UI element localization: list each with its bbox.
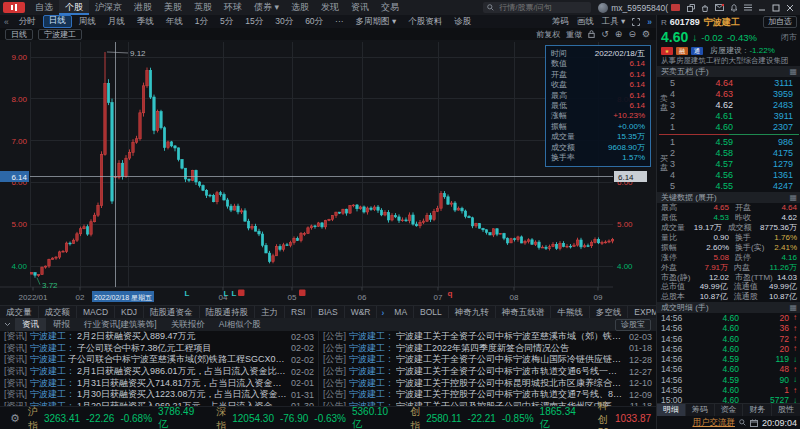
announcement-item[interactable]: [公告] 宁波建工： 宁波建工关于全资子公司中标宁波至慈溪市域（郊）铁路工程SG… bbox=[319, 331, 656, 343]
nav-tab[interactable]: 交易 bbox=[375, 0, 405, 15]
chart-settings-gear-icon[interactable]: ⚙ bbox=[642, 29, 650, 39]
period-tab[interactable]: 季线 bbox=[132, 16, 159, 27]
maximize-icon[interactable] bbox=[772, 4, 780, 12]
grid-layout-icon[interactable]: ▦ bbox=[789, 193, 797, 202]
calendar-icon[interactable] bbox=[750, 419, 758, 427]
app-logo-icon[interactable] bbox=[3, 2, 25, 13]
ask-level-row[interactable]: 4 4.63 3959 bbox=[670, 88, 800, 99]
period-tab[interactable]: 日线 bbox=[43, 15, 72, 28]
period-tab[interactable]: ··· bbox=[330, 16, 349, 27]
zoom-in-icon[interactable]: ⊕ bbox=[615, 29, 623, 39]
menu-list-icon[interactable] bbox=[744, 4, 752, 11]
mail-icon[interactable] bbox=[715, 4, 724, 11]
index-quote[interactable]: 深指 12054.30 -76.90 -0.63% 5360.10亿 bbox=[216, 399, 388, 429]
avatar[interactable] bbox=[598, 3, 608, 13]
nav-tab[interactable]: 美股 bbox=[158, 0, 188, 15]
period-tab[interactable]: 30分 bbox=[270, 16, 298, 27]
period-tab[interactable]: 年线 bbox=[161, 16, 188, 27]
tick-list[interactable]: 14:56 4.60 20 ↑ 14:56 4.60 36 ↑ 14:56 4.… bbox=[657, 313, 800, 403]
add-watchlist-button[interactable]: 加自选 bbox=[763, 16, 797, 28]
panel-tab[interactable]: 资金 bbox=[715, 404, 744, 416]
username[interactable]: mx_59595840( bbox=[611, 3, 668, 13]
minimize-icon[interactable] bbox=[758, 4, 766, 12]
news-tab[interactable]: 关联报价 bbox=[164, 318, 212, 331]
period-tab[interactable]: 多周期图 ▾ bbox=[351, 16, 402, 27]
zoom-out-icon[interactable]: ⊖ bbox=[628, 29, 636, 39]
panel-tab[interactable]: 财务 bbox=[743, 404, 772, 416]
nav-tab[interactable]: 资讯 bbox=[345, 0, 375, 15]
panel-tab[interactable]: 筹码 bbox=[686, 404, 715, 416]
undo-icon[interactable]: ↺ bbox=[601, 29, 609, 39]
nav-tab[interactable]: 个股 bbox=[59, 0, 89, 15]
news-item[interactable]: [资讯] 宁波建工： 子公司联合中标7.38亿元工程项目 02-02 bbox=[0, 343, 318, 355]
grid-layout-icon[interactable]: ▦ bbox=[789, 303, 797, 312]
news-item[interactable]: [资讯] 宁波建工： 2月1日获融资买入986.01万元，占当日流入资金比例17… bbox=[0, 366, 318, 378]
news-item[interactable]: [资讯] 宁波建工： 1月31日获融资买入714.81万元，占当日流入资金比例2… bbox=[0, 377, 318, 389]
adjust-mode-button[interactable]: 前复权 bbox=[536, 29, 560, 40]
bell-icon[interactable] bbox=[730, 4, 738, 12]
fullscreen-icon[interactable] bbox=[632, 18, 640, 26]
period-tab[interactable]: 周线 bbox=[74, 16, 101, 27]
nav-tab[interactable]: 沪深京 bbox=[89, 0, 128, 15]
ask-level-row[interactable]: 5 4.64 3111 bbox=[670, 77, 800, 88]
period-tab[interactable]: 月线 bbox=[103, 16, 130, 27]
period-tab[interactable]: 诊股 bbox=[449, 16, 476, 27]
stock-diagnose-button[interactable]: 诊股宝 bbox=[615, 319, 651, 331]
index-quote[interactable]: 沪指 3263.41 -22.26 -0.68% 3786.49亿 bbox=[28, 399, 194, 429]
statusbar-gear-icon[interactable]: ⚙ bbox=[10, 412, 20, 425]
period-tab[interactable]: 1分 bbox=[190, 16, 213, 27]
chart-tool-button[interactable]: 画线 bbox=[577, 16, 594, 28]
period-tab[interactable]: 60分 bbox=[300, 16, 328, 27]
panel-tab[interactable]: 股性 bbox=[772, 404, 800, 416]
period-tab[interactable]: 5分 bbox=[215, 16, 238, 27]
nav-tab[interactable]: 债券 ▾ bbox=[248, 0, 285, 15]
chart-tool-button[interactable]: 筹码 bbox=[552, 16, 569, 28]
popout-window-icon[interactable] bbox=[687, 4, 695, 12]
expand-right-icon[interactable]: » bbox=[647, 17, 652, 27]
nav-tab[interactable]: 港股 bbox=[128, 0, 158, 15]
bid-level-row[interactable]: 5 4.55 4247 bbox=[670, 181, 800, 192]
bid-level-row[interactable]: 1 4.59 986 bbox=[670, 136, 800, 147]
nav-tab[interactable]: 自选 bbox=[29, 0, 59, 15]
period-tab[interactable]: 15分 bbox=[240, 16, 268, 27]
news-tab[interactable]: AI相似个股 bbox=[212, 318, 268, 331]
announcement-item[interactable]: [公告] 宁波建工： 宁波建工关于全资子公司中标宁波梅山国际冷链供应链平台项目（… bbox=[319, 354, 656, 366]
news-tab[interactable]: 行业资讯[建筑装饰] bbox=[77, 318, 164, 331]
collapse-panel-icon[interactable] bbox=[0, 322, 15, 327]
grid-layout-icon[interactable]: ▦ bbox=[789, 67, 797, 76]
bid-level-row[interactable]: 3 4.57 1279 bbox=[670, 158, 800, 169]
industry-name[interactable]: 房屋建设 : bbox=[710, 45, 746, 56]
chart-tool-button[interactable]: 工具 ▾ bbox=[602, 16, 626, 28]
news-item[interactable]: [资讯] 宁波建工： 2月2日获融资买入889.47万元 02-03 bbox=[0, 331, 318, 343]
bid-level-row[interactable]: 2 4.58 4175 bbox=[670, 147, 800, 158]
search-input[interactable] bbox=[497, 2, 581, 13]
global-search[interactable] bbox=[483, 2, 591, 13]
news-item[interactable]: [资讯] 宁波建工 子公司联合中标宁波至慈溪市域(郊)铁路工程SGCX09标段施… bbox=[0, 354, 318, 366]
nav-tab[interactable]: 英股 bbox=[188, 0, 218, 15]
user-group-link[interactable]: 用户交流群 bbox=[692, 417, 735, 429]
index-quote[interactable]: 创指 2580.11 -22.21 -0.85% 1865.34亿 bbox=[410, 399, 576, 429]
announcement-item[interactable]: [公告] 宁波建工： 宁波建工关于全资子公司中标宁波市轨道交通6号线一期工程SG… bbox=[319, 366, 656, 378]
ask-level-row[interactable]: 2 4.61 3911 bbox=[670, 111, 800, 122]
period-tab[interactable]: 个股资料 bbox=[403, 16, 447, 27]
collapse-left-icon[interactable]: « bbox=[0, 17, 13, 27]
redo-button[interactable]: 重做 bbox=[566, 29, 582, 40]
nav-tab[interactable]: 环球 bbox=[218, 0, 248, 15]
candlestick-chart[interactable]: 9.009.008.008.007.007.006.006.005.005.00… bbox=[0, 40, 656, 305]
ask-level-row[interactable]: 1 4.60 2307 bbox=[670, 122, 800, 133]
indicator-more-left-icon[interactable]: › bbox=[377, 308, 388, 318]
period-tab[interactable]: 分时 bbox=[14, 16, 41, 27]
chart-context-chip[interactable]: 宁波建工 bbox=[38, 29, 82, 40]
ask-level-row[interactable]: 3 4.62 2483 bbox=[670, 99, 800, 110]
nav-tab[interactable]: 选股 bbox=[285, 0, 315, 15]
chart-context-chip[interactable]: 日线 bbox=[5, 29, 33, 40]
news-tab[interactable]: 资讯 bbox=[15, 318, 46, 331]
panel-tab[interactable]: 明细 bbox=[657, 404, 686, 416]
search-icon[interactable] bbox=[739, 419, 746, 426]
news-tab[interactable]: 研报 bbox=[46, 318, 77, 331]
lock-icon[interactable] bbox=[588, 30, 595, 38]
announcement-item[interactable]: [公告] 宁波建工： 宁波建工关于控股子公司中标昆明城投北市区康养综合体（EPC… bbox=[319, 377, 656, 389]
nav-tab[interactable]: 发现 bbox=[315, 0, 345, 15]
close-icon[interactable] bbox=[786, 4, 794, 12]
store-icon[interactable] bbox=[701, 4, 709, 12]
